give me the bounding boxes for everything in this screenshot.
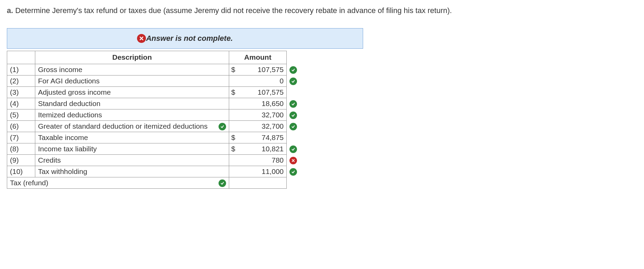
row-description-cell[interactable]: Credits	[35, 154, 229, 166]
row-amount: 32,700	[262, 122, 284, 130]
checkmark-icon	[289, 112, 297, 119]
table-header-row: Description Amount	[7, 51, 300, 64]
table-row: (3) Adjusted gross income $ 107,575	[7, 86, 300, 98]
table-row: (8) Income tax liability $ 10,821	[7, 143, 300, 154]
row-description-cell[interactable]: Standard deduction	[35, 98, 229, 109]
header-amount: Amount	[229, 51, 287, 64]
dollar-sign: $	[231, 145, 235, 153]
row-mark-cell	[287, 109, 300, 120]
row-description-cell[interactable]: Adjusted gross income	[35, 86, 229, 98]
row-amount: 107,575	[258, 88, 284, 96]
final-description: Tax (refund)	[10, 179, 48, 187]
row-description: Standard deduction	[38, 100, 100, 108]
row-description-cell[interactable]: Tax withholding	[35, 166, 229, 177]
row-number: (3)	[7, 86, 35, 98]
final-description-cell[interactable]: Tax (refund)	[7, 177, 229, 188]
dollar-sign: $	[231, 133, 235, 142]
row-description-cell[interactable]: Taxable income	[35, 132, 229, 143]
row-amount-cell[interactable]: 32,700	[229, 109, 287, 120]
table-row: (2) For AGI deductions 0	[7, 75, 300, 86]
row-number: (7)	[7, 132, 35, 143]
row-amount-cell[interactable]: 0	[229, 75, 287, 86]
row-number: (5)	[7, 109, 35, 120]
status-banner-text: Answer is not complete.	[146, 34, 233, 43]
final-amount-cell[interactable]	[229, 177, 287, 188]
row-amount: 10,821	[262, 145, 284, 153]
cross-icon	[289, 157, 297, 164]
table-row: (10) Tax withholding 11,000	[7, 166, 300, 177]
row-amount-cell[interactable]: 11,000	[229, 166, 287, 177]
row-mark-cell	[287, 166, 300, 177]
row-description: Gross income	[38, 66, 83, 74]
row-number: (4)	[7, 98, 35, 109]
checkmark-icon	[289, 145, 297, 153]
row-mark-cell	[287, 75, 300, 86]
row-number: (9)	[7, 154, 35, 166]
dollar-sign: $	[231, 66, 235, 74]
table-row: (5) Itemized deductions 32,700	[7, 109, 300, 120]
table-row: (6) Greater of standard deduction or ite…	[7, 120, 300, 132]
row-number: (8)	[7, 143, 35, 154]
question-text: a. Determine Jeremy's tax refund or taxe…	[7, 5, 637, 16]
checkmark-icon	[289, 123, 297, 130]
row-amount: 780	[272, 156, 284, 164]
row-description: Itemized deductions	[38, 111, 102, 119]
row-amount: 107,575	[258, 66, 284, 73]
row-number: (6)	[7, 120, 35, 132]
row-description: Adjusted gross income	[38, 88, 111, 96]
checkmark-icon	[289, 66, 297, 74]
answer-table: Description Amount (1) Gross income $ 10…	[7, 51, 300, 189]
row-mark-cell	[287, 120, 300, 132]
checkmark-icon	[289, 100, 297, 108]
row-amount-cell[interactable]: 18,650	[229, 98, 287, 109]
row-description-cell[interactable]: Itemized deductions	[35, 109, 229, 120]
row-mark-cell	[287, 98, 300, 109]
table-row: (9) Credits 780	[7, 154, 300, 166]
row-amount: 11,000	[262, 167, 284, 175]
row-description-cell[interactable]: Greater of standard deduction or itemize…	[35, 120, 229, 132]
row-description: Taxable income	[38, 133, 88, 142]
error-circle-icon	[137, 34, 146, 43]
row-mark-cell	[287, 86, 300, 98]
final-row: Tax (refund)	[7, 177, 300, 188]
final-mark-cell	[287, 177, 300, 188]
row-amount-cell[interactable]: $ 10,821	[229, 143, 287, 154]
row-description: Income tax liability	[38, 145, 97, 153]
row-amount-cell[interactable]: $ 107,575	[229, 86, 287, 98]
header-mark-spacer	[287, 51, 300, 64]
row-number: (10)	[7, 166, 35, 177]
row-amount: 0	[280, 77, 284, 85]
row-amount: 74,875	[262, 133, 284, 141]
row-description-cell[interactable]: Gross income	[35, 64, 229, 75]
row-amount-cell[interactable]: 780	[229, 154, 287, 166]
question-prefix: a.	[7, 6, 13, 15]
checkmark-icon	[219, 123, 226, 130]
row-mark-cell	[287, 132, 300, 143]
row-amount: 18,650	[262, 100, 284, 107]
question-body: Determine Jeremy's tax refund or taxes d…	[15, 6, 452, 15]
header-blank	[7, 51, 35, 64]
row-amount-cell[interactable]: $ 74,875	[229, 132, 287, 143]
table-row: (7) Taxable income $ 74,875	[7, 132, 300, 143]
row-description: For AGI deductions	[38, 77, 100, 85]
row-description: Tax withholding	[38, 167, 87, 176]
table-row: (1) Gross income $ 107,575	[7, 64, 300, 75]
checkmark-icon	[289, 78, 297, 85]
row-amount: 32,700	[262, 111, 284, 119]
header-description: Description	[35, 51, 229, 64]
row-mark-cell	[287, 154, 300, 166]
checkmark-icon	[289, 168, 297, 176]
checkmark-icon	[219, 179, 226, 187]
row-amount-cell[interactable]: $ 107,575	[229, 64, 287, 75]
row-amount-cell[interactable]: 32,700	[229, 120, 287, 132]
table-row: (4) Standard deduction 18,650	[7, 98, 300, 109]
status-banner: Answer is not complete.	[7, 28, 363, 49]
row-description-cell[interactable]: For AGI deductions	[35, 75, 229, 86]
row-description-cell[interactable]: Income tax liability	[35, 143, 229, 154]
row-description: Greater of standard deduction or itemize…	[38, 122, 208, 130]
row-number: (1)	[7, 64, 35, 75]
row-description: Credits	[38, 156, 61, 164]
row-mark-cell	[287, 64, 300, 75]
row-number: (2)	[7, 75, 35, 86]
dollar-sign: $	[231, 88, 235, 96]
